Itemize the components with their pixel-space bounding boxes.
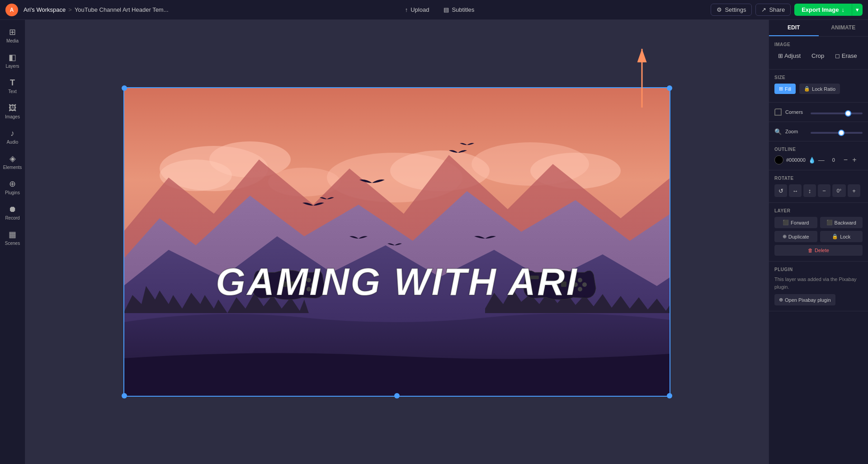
plugin-description: This layer was added via the Pixabay plu… — [774, 276, 863, 291]
canvas-area[interactable]: GAMING WITH ARI — [25, 20, 769, 464]
corners-slider — [811, 108, 863, 116]
dash-button[interactable]: — — [818, 156, 825, 164]
rotate-minus-button[interactable]: − — [818, 184, 830, 197]
workspace-link[interactable]: Ari's Workspace — [24, 6, 66, 13]
export-group: Export Image ↓ ▾ — [794, 4, 863, 16]
delete-button[interactable]: 🗑 Delete — [774, 245, 863, 256]
sidebar-item-media[interactable]: ⊞ Media — [2, 23, 24, 47]
flip-v-button[interactable]: ↕ — [803, 184, 816, 197]
sidebar: ⊞ Media ◧ Layers T Text 🖼 Images ♪ Audio… — [0, 20, 25, 464]
export-button[interactable]: Export Image ↓ — [794, 4, 852, 16]
crop-button[interactable]: Crop — [808, 51, 828, 61]
rotate-section: ROTATE ↺ ↔ ↕ − 0° + — [769, 170, 868, 203]
svg-point-20 — [582, 282, 587, 287]
breadcrumb-separator: > — [68, 6, 72, 13]
erase-button[interactable]: ◻ Erase — [831, 51, 861, 61]
duplicate-icon: ⊕ — [783, 234, 787, 239]
sidebar-item-layers[interactable]: ◧ Layers — [2, 49, 24, 72]
zoom-row: 🔍 Zoom — [774, 127, 863, 136]
layer-section-title: LAYER — [774, 208, 863, 213]
record-icon: ⏺ — [9, 205, 17, 214]
zoom-label: Zoom — [785, 129, 807, 134]
outline-row: #000000 💧 — − + — [774, 155, 863, 164]
outline-value-input[interactable] — [827, 157, 840, 163]
outline-section: OUTLINE #000000 💧 — − + — [769, 141, 868, 170]
svg-text:GAMING WITH ARI: GAMING WITH ARI — [216, 260, 578, 303]
share-button[interactable]: ↗ Share — [755, 4, 791, 16]
outline-plus-button[interactable]: + — [851, 156, 857, 164]
canvas-container: GAMING WITH ARI — [123, 87, 670, 397]
file-name: YouTube Channel Art Header Tem... — [75, 6, 169, 13]
rotate-section-title: ROTATE — [774, 176, 863, 181]
plugin-section: PLUGIN This layer was added via the Pixa… — [769, 262, 868, 311]
svg-point-22 — [578, 287, 582, 291]
subtitles-button[interactable]: ▤ Subtitles — [440, 5, 478, 15]
adjust-button[interactable]: ⊞ Adjust — [774, 51, 804, 61]
export-dropdown-button[interactable]: ▾ — [852, 4, 863, 16]
delete-icon: 🗑 — [808, 248, 813, 253]
settings-icon: ⚙ — [717, 6, 722, 13]
plugin-section-title: PLUGIN — [774, 267, 863, 272]
image-section: IMAGE ⊞ Adjust Crop ◻ Erase — [769, 37, 868, 70]
zoom-icon: 🔍 — [774, 128, 782, 135]
adjust-icon: ⊞ — [778, 52, 783, 59]
size-controls-row: ⊞ Fill 🔒 Lock Ratio — [774, 84, 863, 94]
sidebar-item-elements[interactable]: ◈ Elements — [2, 150, 24, 173]
rotate-value: 0° — [832, 184, 846, 197]
rotate-plus-button[interactable]: + — [848, 184, 860, 197]
topbar-center: ↑ Upload ▤ Subtitles — [174, 5, 706, 15]
layer-grid: ⬛ Forward ⬛ Backward ⊕ Duplicate 🔒 Lock … — [774, 217, 863, 256]
forward-button[interactable]: ⬛ Forward — [774, 217, 817, 228]
outline-section-title: OUTLINE — [774, 147, 863, 152]
corners-section: Corners — [769, 103, 868, 122]
svg-point-19 — [578, 278, 582, 282]
tab-edit[interactable]: EDIT — [769, 20, 819, 36]
sidebar-item-plugins[interactable]: ⊕ Plugins — [2, 175, 24, 199]
rotate-ccw-button[interactable]: ↺ — [774, 184, 787, 197]
sidebar-item-record[interactable]: ⏺ Record — [2, 201, 24, 224]
flip-h-button[interactable]: ↔ — [789, 184, 802, 197]
outline-color-swatch[interactable] — [774, 155, 783, 164]
right-panel: EDIT ANIMATE IMAGE ⊞ Adjust Crop ◻ Erase… — [769, 20, 868, 464]
plugins-icon: ⊕ — [9, 179, 16, 189]
media-icon: ⊞ — [9, 27, 16, 37]
size-section: SIZE ⊞ Fill 🔒 Lock Ratio — [769, 70, 868, 103]
lock-button[interactable]: 🔒 Lock — [820, 231, 863, 242]
tab-animate[interactable]: ANIMATE — [819, 20, 868, 36]
topbar-right: ⚙ Settings ↗ Share Export Image ↓ ▾ — [711, 4, 863, 16]
image-controls-row: ⊞ Adjust Crop ◻ Erase — [774, 51, 863, 61]
fill-icon: ⊞ — [779, 86, 783, 92]
outline-minus-button[interactable]: − — [843, 156, 849, 164]
lock-icon: 🔒 — [804, 86, 810, 92]
scenes-icon: ▦ — [9, 230, 16, 239]
elements-icon: ◈ — [9, 154, 16, 164]
forward-icon: ⬛ — [783, 220, 789, 225]
layers-icon: ◧ — [9, 52, 16, 62]
audio-icon: ♪ — [10, 129, 14, 138]
sidebar-item-scenes[interactable]: ▦ Scenes — [2, 226, 24, 249]
outline-color-label: #000000 — [786, 157, 806, 163]
lock-icon-layer: 🔒 — [832, 234, 838, 239]
zoom-slider — [811, 127, 863, 136]
corners-icon — [774, 108, 782, 116]
settings-button[interactable]: ⚙ Settings — [711, 4, 752, 16]
topbar: A Ari's Workspace > YouTube Channel Art … — [0, 0, 868, 20]
fill-button[interactable]: ⊞ Fill — [774, 84, 796, 94]
backward-button[interactable]: ⬛ Backward — [820, 217, 863, 228]
eyedropper-button[interactable]: 💧 — [808, 157, 816, 164]
subtitles-icon: ▤ — [443, 6, 449, 13]
download-icon: ↓ — [842, 6, 845, 13]
rotate-controls: ↺ ↔ ↕ − 0° + — [774, 184, 863, 197]
zoom-range[interactable] — [811, 132, 863, 134]
corners-range[interactable] — [811, 112, 863, 114]
sidebar-item-audio[interactable]: ♪ Audio — [2, 125, 24, 148]
sidebar-item-text[interactable]: T Text — [2, 74, 24, 98]
upload-button[interactable]: ↑ Upload — [401, 5, 433, 15]
lock-ratio-button[interactable]: 🔒 Lock Ratio — [799, 84, 840, 94]
backward-icon: ⬛ — [826, 220, 833, 225]
corners-row: Corners — [774, 108, 863, 116]
sidebar-item-images[interactable]: 🖼 Images — [2, 99, 24, 123]
images-icon: 🖼 — [9, 103, 17, 113]
open-plugin-button[interactable]: ⊕ Open Pixabay plugin — [774, 294, 835, 305]
duplicate-button[interactable]: ⊕ Duplicate — [774, 231, 817, 242]
